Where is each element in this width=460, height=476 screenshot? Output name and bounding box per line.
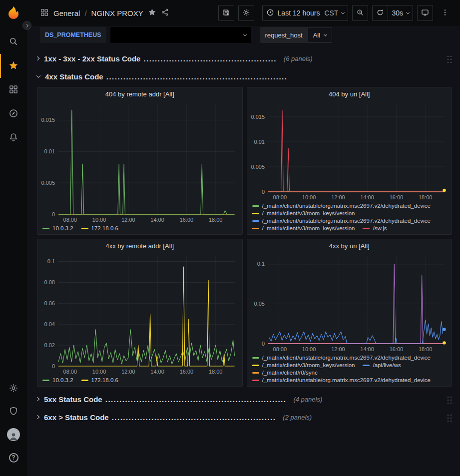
variables-bar: DS_PROMETHEUS request_host All xyxy=(27,26,460,45)
sidebar-item-configuration[interactable] xyxy=(0,377,27,400)
save-dashboard-button[interactable] xyxy=(218,5,234,21)
sidebar-item-alerting[interactable] xyxy=(0,126,27,150)
refresh-icon xyxy=(376,8,384,18)
legend-item[interactable]: /_matrix/client/v3/room_keys/version xyxy=(252,210,355,216)
dashboard-settings-button[interactable] xyxy=(238,5,254,21)
svg-text:0: 0 xyxy=(52,211,55,217)
more-options-kebab-button[interactable] xyxy=(437,5,453,21)
request-host-value: All xyxy=(313,31,320,39)
series-color-marker xyxy=(252,380,259,381)
sidebar-item-profile[interactable] xyxy=(0,423,27,446)
zoom-out-icon xyxy=(356,8,364,18)
svg-text:14:00: 14:00 xyxy=(150,217,164,223)
legend-item[interactable]: /_matrix/client/r0/sync xyxy=(252,370,318,376)
timeseries-chart-4xx-by-remote-addr[interactable]: 00.020.040.060.080.108:0010:0012:0014:00… xyxy=(37,253,242,376)
row-title: 1xx - 3xx - 2xx Status Code xyxy=(44,54,140,63)
refresh-picker: 30s xyxy=(372,5,413,21)
panel-title[interactable]: 404 by remote addr [All] xyxy=(37,87,242,101)
dashboards-grid-icon xyxy=(8,84,18,96)
panel-4xx-by-uri: 4xx by uri [All] 00.050.108:0010:0012:00… xyxy=(247,239,453,387)
tv-view-mode-button[interactable] xyxy=(417,5,433,21)
compass-icon xyxy=(8,108,18,120)
legend-item[interactable]: /_matrix/client/unstable/org.matrix.msc2… xyxy=(252,218,431,224)
legend-item[interactable]: /_matrix/client/unstable/org.matrix.msc2… xyxy=(252,203,431,209)
datasource-variable-picker[interactable] xyxy=(110,27,251,43)
timeseries-chart-404-by-uri[interactable]: 00.0050.010.01508:0010:0012:0014:0016:00… xyxy=(247,101,452,202)
request-host-value-dropdown[interactable]: All xyxy=(308,27,332,43)
sidebar-item-help[interactable]: ? xyxy=(0,446,27,469)
main-area: General / NGINX PROXY xyxy=(27,0,460,476)
breadcrumb-section[interactable]: General xyxy=(53,9,80,17)
timezone-label: CST xyxy=(324,9,338,17)
user-avatar xyxy=(7,428,20,441)
series-color-marker xyxy=(252,228,259,229)
chevron-right-icon xyxy=(35,415,39,419)
panel-title[interactable]: 404 by uri [All] xyxy=(247,87,452,101)
grafana-logo[interactable] xyxy=(5,5,21,21)
row-header-5xx[interactable]: 5xx Status Code ........................… xyxy=(37,392,452,407)
sidebar-item-server-admin[interactable] xyxy=(0,400,27,423)
sidebar-expand-toggle[interactable] xyxy=(22,21,31,30)
datasource-variable-label[interactable]: DS_PROMETHEUS xyxy=(40,27,106,43)
share-icon[interactable] xyxy=(161,8,169,18)
legend-item[interactable]: /_matrix/client/v3/room_keys/version xyxy=(252,362,355,368)
legend-label: 172.18.0.6 xyxy=(91,225,118,231)
sidebar-item-explore[interactable] xyxy=(0,102,27,126)
row-title-dots: ........................................… xyxy=(105,395,287,404)
shield-icon xyxy=(8,406,18,418)
svg-text:14:00: 14:00 xyxy=(150,369,164,375)
panel-legend: 10.0.3.2172.18.0.6 xyxy=(37,376,242,384)
series-color-marker xyxy=(81,380,88,381)
row-drag-handle[interactable] xyxy=(446,395,452,404)
series-color-marker xyxy=(252,365,259,366)
kebab-menu-icon xyxy=(441,8,449,18)
row-drag-handle[interactable] xyxy=(446,413,452,422)
time-range-picker[interactable]: Last 12 hours CST xyxy=(262,5,349,21)
svg-text:12:00: 12:00 xyxy=(331,346,345,352)
legend-item[interactable]: 10.0.3.2 xyxy=(42,225,73,231)
dashboard-scroll-area: 1xx - 3xx - 2xx Status Code ............… xyxy=(27,45,460,476)
refresh-button[interactable] xyxy=(372,5,388,21)
legend-item[interactable]: 172.18.0.6 xyxy=(81,225,118,231)
refresh-interval-value: 30s xyxy=(392,9,403,17)
legend-item[interactable]: /_matrix/client/unstable/org.matrix.msc2… xyxy=(252,355,431,361)
legend-item[interactable]: /_matrix/client/unstable/org.matrix.msc2… xyxy=(252,377,431,383)
timeseries-chart-404-by-remote-addr[interactable]: 00.0050.010.01508:0010:0012:0014:0016:00… xyxy=(37,101,242,224)
legend-item[interactable]: /sw.js xyxy=(363,225,387,231)
legend-label: /_matrix/client/unstable/org.matrix.msc2… xyxy=(262,218,431,224)
request-host-label: request_host xyxy=(260,27,308,43)
panel-title[interactable]: 4xx by uri [All] xyxy=(247,239,452,253)
favorite-star-icon[interactable] xyxy=(148,8,156,18)
legend-item[interactable]: /api/live/ws xyxy=(363,362,401,368)
row-header-4xx[interactable]: 4xx Status Code ........................… xyxy=(37,69,452,84)
legend-item[interactable]: 10.0.3.2 xyxy=(42,377,73,383)
series-color-marker xyxy=(42,228,49,229)
row-header-1xx-3xx-2xx[interactable]: 1xx - 3xx - 2xx Status Code ............… xyxy=(37,51,452,66)
panels-grid: 404 by remote addr [All] 00.0050.010.015… xyxy=(37,87,452,387)
row-header-6xx[interactable]: 6xx > Status Code ......................… xyxy=(37,410,452,425)
row-drag-handle[interactable] xyxy=(446,54,452,63)
svg-text:0.08: 0.08 xyxy=(44,279,55,285)
legend-label: /_matrix/client/v3/room_keys/version xyxy=(262,362,355,368)
timeseries-chart-4xx-by-uri[interactable]: 00.050.108:0010:0012:0014:0016:0018:00 xyxy=(247,253,452,354)
svg-text:16:00: 16:00 xyxy=(180,217,194,223)
sidebar-item-starred[interactable] xyxy=(0,54,27,78)
legend-label: 10.0.3.2 xyxy=(52,225,73,231)
svg-text:14:00: 14:00 xyxy=(360,194,374,200)
chevron-right-icon xyxy=(35,56,39,60)
series-color-marker xyxy=(252,213,259,214)
refresh-interval-dropdown[interactable]: 30s xyxy=(388,5,413,21)
panel-title[interactable]: 4xx by remote addr [All] xyxy=(37,239,242,253)
zoom-out-time-button[interactable] xyxy=(352,5,368,21)
chevron-down-icon xyxy=(36,73,40,77)
breadcrumb-dashboard-title[interactable]: NGINX PROXY xyxy=(91,9,143,17)
sidebar-item-search[interactable] xyxy=(0,30,27,54)
sidebar-item-dashboards[interactable] xyxy=(0,78,27,102)
row-title-dots: ........................................… xyxy=(106,72,288,81)
legend-item[interactable]: /_matrix/client/v3/room_keys/version xyxy=(252,225,355,231)
legend-item[interactable]: 172.18.0.6 xyxy=(81,377,118,383)
sidebar: ? xyxy=(0,0,27,476)
svg-text:18:00: 18:00 xyxy=(418,346,432,352)
svg-text:08:00: 08:00 xyxy=(63,369,77,375)
panel-4xx-by-remote-addr: 4xx by remote addr [All] 00.020.040.060.… xyxy=(37,239,243,387)
